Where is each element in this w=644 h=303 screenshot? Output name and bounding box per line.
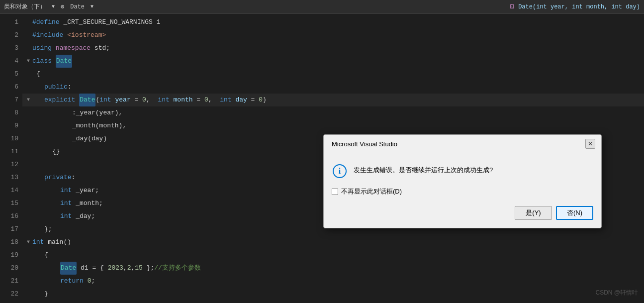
ln-6: 6 [0, 81, 18, 94]
code-line-8: :_year(year), [22, 106, 644, 119]
dialog-checkbox-label: 不再显示此对话框(D) [341, 187, 402, 196]
ln-14: 14 [0, 184, 18, 197]
ln-15: 15 [0, 197, 18, 210]
top-bar-separator: ⚙ [61, 3, 64, 10]
line-numbers: 1 2 3 4 5 6 7 8 9 10 11 12 13 14 15 16 1… [0, 14, 22, 303]
ln-9: 9 [0, 119, 18, 132]
function-signature: Date(int year, int month, int day) [518, 3, 640, 10]
dialog-close-button[interactable]: ✕ [585, 139, 595, 149]
code-line-3: using namespace std; [22, 42, 644, 55]
code-line-21: return 0; [22, 275, 644, 288]
code-line-22: } [22, 288, 644, 301]
ln-16: 16 [0, 210, 18, 223]
top-bar-left: 类和对象（下） ▼ ⚙ Date ▼ [0, 2, 505, 11]
ln-8: 8 [0, 106, 18, 119]
collapse-icon-18[interactable]: ▼ [24, 238, 32, 246]
dialog-buttons: 是(Y) 否(N) [324, 202, 601, 228]
ln-22: 22 [0, 288, 18, 301]
code-line-5: { [22, 68, 644, 81]
class-dropdown-label[interactable]: 类和对象（下） [4, 2, 46, 11]
ln-10: 10 [0, 132, 18, 145]
ln-2: 2 [0, 29, 18, 42]
code-line-18: ▼ int main() [22, 236, 644, 249]
ln-11: 11 [0, 145, 18, 158]
code-line-4: ▼ class Date [22, 55, 644, 68]
ln-4: 4 [0, 55, 18, 68]
ln-19: 19 [0, 249, 18, 262]
collapse-icon-4[interactable]: ▼ [24, 57, 32, 65]
dialog-no-button[interactable]: 否(N) [556, 206, 593, 220]
member-dropdown-arrow[interactable]: ▼ [91, 4, 93, 9]
csdn-watermark: CSDN @轩情叶 [595, 286, 638, 299]
collapse-icon-7[interactable]: ▼ [24, 96, 32, 104]
dialog-message: 发生生成错误。是否继续并运行上次的成功生成? [354, 163, 593, 175]
dialog-box: Microsoft Visual Studio ✕ i 发生生成错误。是否继续并… [323, 134, 602, 228]
dialog-yes-button[interactable]: 是(Y) [515, 206, 552, 220]
code-line-2: #include <iostream> [22, 29, 644, 42]
dialog-info-icon: i [332, 163, 348, 179]
ln-17: 17 [0, 223, 18, 236]
ln-18: 18 [0, 236, 18, 249]
ln-7: 7 [0, 94, 18, 106]
dialog-body: i 发生生成错误。是否继续并运行上次的成功生成? [324, 153, 601, 185]
ln-20: 20 [0, 262, 18, 275]
ln-21: 21 [0, 275, 18, 288]
code-line-1: #define _CRT_SECURE_NO_WARNINGS 1 [22, 16, 644, 29]
top-bar: 类和对象（下） ▼ ⚙ Date ▼ 🗓 Date(int year, int … [0, 0, 644, 14]
code-line-6: public: [22, 81, 644, 94]
dialog-title: Microsoft Visual Studio [332, 140, 397, 148]
member-dropdown-label[interactable]: Date [70, 3, 85, 10]
code-line-19: { [22, 249, 644, 262]
code-line-20: Date d1 = { 2023,2,15 };//支持多个参数 [22, 262, 644, 275]
date-icon: 🗓 [509, 3, 515, 10]
code-line-9: _month(month), [22, 119, 644, 132]
dialog-checkbox[interactable] [332, 189, 338, 195]
code-line-7: ▼ explicit Date(int year = 0, int month … [22, 94, 644, 106]
ln-3: 3 [0, 42, 18, 55]
ln-5: 5 [0, 68, 18, 81]
dialog-title-bar: Microsoft Visual Studio ✕ [324, 135, 601, 153]
dialog-checkbox-row: 不再显示此对话框(D) [324, 185, 601, 202]
ln-1: 1 [0, 16, 18, 29]
class-dropdown-arrow[interactable]: ▼ [52, 4, 55, 9]
top-bar-right: 🗓 Date(int year, int month, int day) [505, 3, 644, 10]
ln-12: 12 [0, 158, 18, 171]
ln-13: 13 [0, 171, 18, 184]
